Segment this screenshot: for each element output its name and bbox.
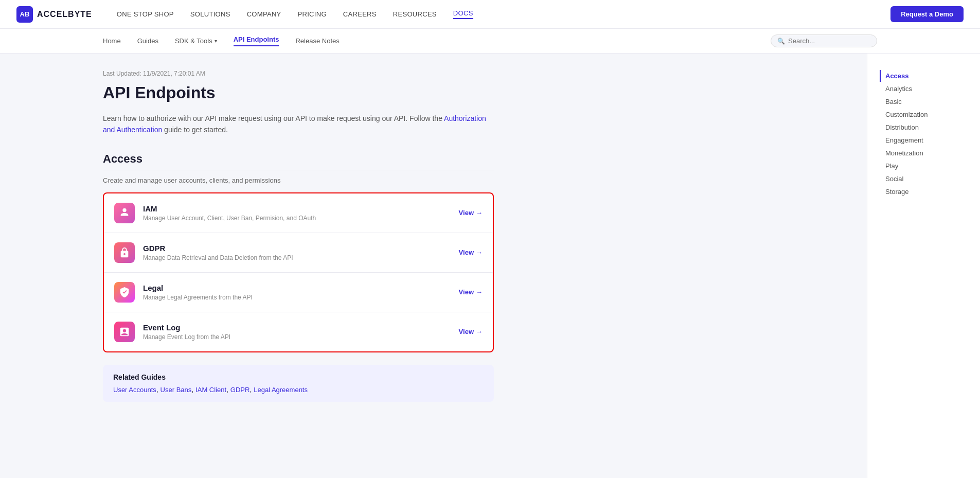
card-gdpr: GDPR Manage Data Retrieval and Data Dele… [104, 233, 493, 273]
iam-description: Manage User Account, Client, User Ban, P… [143, 215, 459, 222]
gdpr-arrow-icon: → [476, 249, 483, 256]
nav-one-stop-shop[interactable]: ONE STOP SHOP [117, 10, 174, 18]
sidebar-item-access[interactable]: Access [880, 70, 968, 82]
sidebar-item-basic[interactable]: Basic [880, 96, 968, 108]
eventlog-icon [114, 322, 135, 342]
top-nav: AB ACCELBYTE ONE STOP SHOP SOLUTIONS COM… [0, 0, 980, 29]
last-updated-text: Last Updated: 11/9/2021, 7:20:01 AM [103, 70, 494, 77]
page-layout: Last Updated: 11/9/2021, 7:20:01 AM API … [0, 54, 980, 478]
logo[interactable]: AB ACCELBYTE [16, 6, 92, 23]
iam-name: IAM [143, 204, 459, 213]
sidebar-item-storage[interactable]: Storage [880, 186, 968, 198]
sidebar-item-distribution[interactable]: Distribution [880, 121, 968, 133]
iam-arrow-icon: → [476, 209, 483, 217]
sidebar-item-customization[interactable]: Customization [880, 109, 968, 120]
request-demo-button[interactable]: Request a Demo [890, 6, 964, 22]
card-legal: Legal Manage Legal Agreements from the A… [104, 273, 493, 312]
search-icon: 🔍 [777, 38, 785, 45]
search-input[interactable] [788, 37, 870, 45]
event-log-description: Manage Event Log from the API [143, 333, 459, 341]
subnav-home[interactable]: Home [103, 37, 121, 45]
legal-description: Manage Legal Agreements from the API [143, 294, 459, 301]
event-log-name: Event Log [143, 323, 459, 332]
sidebar-item-monetization[interactable]: Monetization [880, 147, 968, 159]
logo-icon: AB [16, 6, 33, 23]
card-iam: IAM Manage User Account, Client, User Ba… [104, 193, 493, 233]
gdpr-description: Manage Data Retrieval and Data Deletion … [143, 254, 459, 261]
related-link-gdpr[interactable]: GDPR [230, 386, 250, 394]
main-content: Last Updated: 11/9/2021, 7:20:01 AM API … [0, 54, 597, 478]
related-guides-links: User Accounts, User Bans, IAM Client, GD… [113, 385, 484, 394]
access-cards-box: IAM Manage User Account, Client, User Ba… [103, 192, 494, 352]
event-log-body: Event Log Manage Event Log from the API [143, 323, 459, 341]
related-link-legal-agreements[interactable]: Legal Agreements [254, 386, 308, 394]
sdk-tools-chevron-icon: ▾ [215, 38, 217, 44]
card-event-log: Event Log Manage Event Log from the API … [104, 312, 493, 351]
logo-text: ACCELBYTE [37, 10, 92, 19]
iam-body: IAM Manage User Account, Client, User Ba… [143, 204, 459, 222]
main-navigation: ONE STOP SHOP SOLUTIONS COMPANY PRICING … [117, 9, 890, 19]
iam-icon [114, 203, 135, 223]
gdpr-view-link[interactable]: View → [459, 249, 483, 256]
page-description-end: guide to get started. [162, 126, 228, 134]
legal-arrow-icon: → [476, 288, 483, 296]
nav-careers[interactable]: CAREERS [343, 10, 377, 18]
search-container: 🔍 [771, 34, 877, 47]
subnav-guides[interactable]: Guides [137, 37, 158, 45]
sidebar-item-play[interactable]: Play [880, 160, 968, 172]
search-area: 🔍 [771, 34, 877, 47]
page-title: API Endpoints [103, 83, 494, 102]
page-description-start: Learn how to authorize with our API make… [103, 114, 444, 122]
legal-name: Legal [143, 284, 459, 292]
subnav-sdk-tools[interactable]: SDK & Tools ▾ [175, 37, 217, 45]
sub-nav: Home Guides SDK & Tools ▾ API Endpoints … [0, 29, 980, 54]
related-link-user-bans[interactable]: User Bans [161, 386, 192, 394]
legal-view-link[interactable]: View → [459, 288, 483, 296]
subnav-api-endpoints[interactable]: API Endpoints [234, 36, 279, 46]
nav-resources[interactable]: RESOURCES [393, 10, 437, 18]
section-subtitle: Create and manage user accounts, clients… [103, 176, 494, 184]
nav-company[interactable]: COMPANY [247, 10, 281, 18]
related-link-user-accounts[interactable]: User Accounts [113, 386, 156, 394]
gdpr-body: GDPR Manage Data Retrieval and Data Dele… [143, 244, 459, 261]
right-sidebar: Access Analytics Basic Customization Dis… [867, 54, 980, 478]
nav-docs[interactable]: DOCS [453, 9, 473, 19]
related-guides-box: Related Guides User Accounts, User Bans,… [103, 365, 494, 402]
event-log-view-link[interactable]: View → [459, 328, 483, 335]
gdpr-icon [114, 242, 135, 263]
iam-view-link[interactable]: View → [459, 209, 483, 217]
related-guides-title: Related Guides [113, 373, 484, 381]
nav-right: Request a Demo [890, 6, 964, 22]
sidebar-item-social[interactable]: Social [880, 173, 968, 185]
nav-solutions[interactable]: SOLUTIONS [190, 10, 230, 18]
section-divider [103, 170, 494, 170]
related-link-iam-client[interactable]: IAM Client [195, 386, 226, 394]
section-title: Access [103, 152, 494, 166]
legal-icon [114, 282, 135, 303]
sidebar-item-engagement[interactable]: Engagement [880, 134, 968, 146]
nav-pricing[interactable]: PRICING [298, 10, 327, 18]
page-description: Learn how to authorize with our API make… [103, 113, 494, 136]
gdpr-name: GDPR [143, 244, 459, 253]
subnav-release-notes[interactable]: Release Notes [295, 37, 339, 45]
sidebar-item-analytics[interactable]: Analytics [880, 83, 968, 95]
legal-body: Legal Manage Legal Agreements from the A… [143, 284, 459, 301]
event-log-arrow-icon: → [476, 328, 483, 335]
